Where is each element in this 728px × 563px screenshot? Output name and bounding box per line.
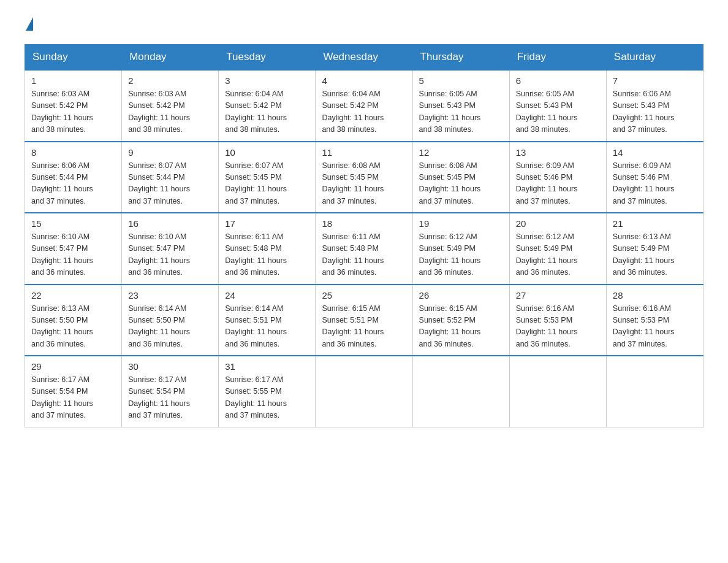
- calendar-cell: 11 Sunrise: 6:08 AMSunset: 5:45 PMDaylig…: [316, 142, 412, 213]
- day-number: 26: [419, 290, 503, 301]
- calendar-cell: 5 Sunrise: 6:05 AMSunset: 5:43 PMDayligh…: [412, 70, 509, 142]
- day-number: 21: [613, 218, 697, 229]
- calendar-cell: 18 Sunrise: 6:11 AMSunset: 5:48 PMDaylig…: [316, 213, 412, 285]
- day-info: Sunrise: 6:07 AMSunset: 5:44 PMDaylight:…: [128, 160, 212, 208]
- day-number: 3: [225, 75, 309, 86]
- calendar-cell: 25 Sunrise: 6:15 AMSunset: 5:51 PMDaylig…: [316, 285, 412, 356]
- calendar-cell: 10 Sunrise: 6:07 AMSunset: 5:45 PMDaylig…: [219, 142, 316, 213]
- day-number: 23: [128, 290, 212, 301]
- day-info: Sunrise: 6:06 AMSunset: 5:44 PMDaylight:…: [31, 160, 115, 208]
- calendar-week-row: 22 Sunrise: 6:13 AMSunset: 5:50 PMDaylig…: [25, 285, 703, 356]
- day-number: 19: [419, 218, 503, 229]
- logo-triangle-icon: [26, 17, 33, 31]
- calendar-header-saturday: Saturday: [606, 45, 703, 71]
- day-info: Sunrise: 6:10 AMSunset: 5:47 PMDaylight:…: [128, 231, 212, 279]
- day-number: 15: [31, 218, 115, 229]
- day-number: 2: [128, 75, 212, 86]
- day-number: 13: [516, 147, 600, 158]
- calendar-cell: 31 Sunrise: 6:17 AMSunset: 5:55 PMDaylig…: [219, 356, 316, 427]
- day-info: Sunrise: 6:08 AMSunset: 5:45 PMDaylight:…: [322, 160, 406, 208]
- calendar-header-monday: Monday: [122, 45, 219, 71]
- day-number: 18: [322, 218, 406, 229]
- day-info: Sunrise: 6:07 AMSunset: 5:45 PMDaylight:…: [225, 160, 309, 208]
- calendar-cell: 9 Sunrise: 6:07 AMSunset: 5:44 PMDayligh…: [122, 142, 219, 213]
- calendar-cell: [606, 356, 703, 427]
- calendar-cell: 23 Sunrise: 6:14 AMSunset: 5:50 PMDaylig…: [122, 285, 219, 356]
- day-number: 30: [128, 361, 212, 372]
- calendar-cell: 4 Sunrise: 6:04 AMSunset: 5:42 PMDayligh…: [316, 70, 412, 142]
- day-info: Sunrise: 6:09 AMSunset: 5:46 PMDaylight:…: [516, 160, 600, 208]
- calendar-header-wednesday: Wednesday: [316, 45, 412, 71]
- calendar-cell: [509, 356, 606, 427]
- day-number: 12: [419, 147, 503, 158]
- day-info: Sunrise: 6:09 AMSunset: 5:46 PMDaylight:…: [613, 160, 697, 208]
- logo: [25, 18, 33, 32]
- day-number: 24: [225, 290, 309, 301]
- calendar-cell: 14 Sunrise: 6:09 AMSunset: 5:46 PMDaylig…: [606, 142, 703, 213]
- day-number: 31: [225, 361, 309, 372]
- day-info: Sunrise: 6:03 AMSunset: 5:42 PMDaylight:…: [31, 88, 115, 136]
- day-number: 22: [31, 290, 115, 301]
- day-info: Sunrise: 6:17 AMSunset: 5:54 PMDaylight:…: [128, 374, 212, 422]
- calendar-cell: 2 Sunrise: 6:03 AMSunset: 5:42 PMDayligh…: [122, 70, 219, 142]
- calendar-cell: 1 Sunrise: 6:03 AMSunset: 5:42 PMDayligh…: [25, 70, 122, 142]
- day-info: Sunrise: 6:17 AMSunset: 5:54 PMDaylight:…: [31, 374, 115, 422]
- calendar-cell: 27 Sunrise: 6:16 AMSunset: 5:53 PMDaylig…: [509, 285, 606, 356]
- day-number: 27: [516, 290, 600, 301]
- day-number: 9: [128, 147, 212, 158]
- calendar-week-row: 15 Sunrise: 6:10 AMSunset: 5:47 PMDaylig…: [25, 213, 703, 285]
- calendar-cell: 24 Sunrise: 6:14 AMSunset: 5:51 PMDaylig…: [219, 285, 316, 356]
- day-number: 1: [31, 75, 115, 86]
- day-number: 6: [516, 75, 600, 86]
- calendar-cell: 19 Sunrise: 6:12 AMSunset: 5:49 PMDaylig…: [412, 213, 509, 285]
- day-info: Sunrise: 6:16 AMSunset: 5:53 PMDaylight:…: [516, 303, 600, 351]
- calendar-cell: 16 Sunrise: 6:10 AMSunset: 5:47 PMDaylig…: [122, 213, 219, 285]
- day-info: Sunrise: 6:03 AMSunset: 5:42 PMDaylight:…: [128, 88, 212, 136]
- day-info: Sunrise: 6:04 AMSunset: 5:42 PMDaylight:…: [322, 88, 406, 136]
- day-number: 11: [322, 147, 406, 158]
- calendar-cell: 15 Sunrise: 6:10 AMSunset: 5:47 PMDaylig…: [25, 213, 122, 285]
- calendar-header-thursday: Thursday: [412, 45, 509, 71]
- calendar-cell: 17 Sunrise: 6:11 AMSunset: 5:48 PMDaylig…: [219, 213, 316, 285]
- calendar-week-row: 1 Sunrise: 6:03 AMSunset: 5:42 PMDayligh…: [25, 70, 703, 142]
- calendar-cell: 20 Sunrise: 6:12 AMSunset: 5:49 PMDaylig…: [509, 213, 606, 285]
- day-info: Sunrise: 6:10 AMSunset: 5:47 PMDaylight:…: [31, 231, 115, 279]
- calendar-cell: 30 Sunrise: 6:17 AMSunset: 5:54 PMDaylig…: [122, 356, 219, 427]
- day-number: 17: [225, 218, 309, 229]
- calendar-cell: [316, 356, 412, 427]
- day-info: Sunrise: 6:11 AMSunset: 5:48 PMDaylight:…: [322, 231, 406, 279]
- day-number: 29: [31, 361, 115, 372]
- day-info: Sunrise: 6:15 AMSunset: 5:52 PMDaylight:…: [419, 303, 503, 351]
- day-info: Sunrise: 6:12 AMSunset: 5:49 PMDaylight:…: [516, 231, 600, 279]
- calendar-week-row: 29 Sunrise: 6:17 AMSunset: 5:54 PMDaylig…: [25, 356, 703, 427]
- calendar-cell: 22 Sunrise: 6:13 AMSunset: 5:50 PMDaylig…: [25, 285, 122, 356]
- calendar-cell: 6 Sunrise: 6:05 AMSunset: 5:43 PMDayligh…: [509, 70, 606, 142]
- day-number: 28: [613, 290, 697, 301]
- day-number: 16: [128, 218, 212, 229]
- calendar-cell: 21 Sunrise: 6:13 AMSunset: 5:49 PMDaylig…: [606, 213, 703, 285]
- calendar-cell: 29 Sunrise: 6:17 AMSunset: 5:54 PMDaylig…: [25, 356, 122, 427]
- calendar-cell: [412, 356, 509, 427]
- day-number: 25: [322, 290, 406, 301]
- calendar-header-friday: Friday: [509, 45, 606, 71]
- day-number: 4: [322, 75, 406, 86]
- calendar-header-row: SundayMondayTuesdayWednesdayThursdayFrid…: [25, 45, 703, 71]
- day-info: Sunrise: 6:14 AMSunset: 5:51 PMDaylight:…: [225, 303, 309, 351]
- calendar-cell: 12 Sunrise: 6:08 AMSunset: 5:45 PMDaylig…: [412, 142, 509, 213]
- day-info: Sunrise: 6:06 AMSunset: 5:43 PMDaylight:…: [613, 88, 697, 136]
- day-info: Sunrise: 6:08 AMSunset: 5:45 PMDaylight:…: [419, 160, 503, 208]
- day-info: Sunrise: 6:13 AMSunset: 5:49 PMDaylight:…: [613, 231, 697, 279]
- calendar-week-row: 8 Sunrise: 6:06 AMSunset: 5:44 PMDayligh…: [25, 142, 703, 213]
- day-number: 5: [419, 75, 503, 86]
- day-info: Sunrise: 6:11 AMSunset: 5:48 PMDaylight:…: [225, 231, 309, 279]
- calendar-cell: 26 Sunrise: 6:15 AMSunset: 5:52 PMDaylig…: [412, 285, 509, 356]
- day-number: 20: [516, 218, 600, 229]
- day-number: 7: [613, 75, 697, 86]
- calendar-cell: 7 Sunrise: 6:06 AMSunset: 5:43 PMDayligh…: [606, 70, 703, 142]
- calendar-cell: 28 Sunrise: 6:16 AMSunset: 5:53 PMDaylig…: [606, 285, 703, 356]
- day-info: Sunrise: 6:12 AMSunset: 5:49 PMDaylight:…: [419, 231, 503, 279]
- day-info: Sunrise: 6:05 AMSunset: 5:43 PMDaylight:…: [419, 88, 503, 136]
- day-info: Sunrise: 6:15 AMSunset: 5:51 PMDaylight:…: [322, 303, 406, 351]
- day-info: Sunrise: 6:14 AMSunset: 5:50 PMDaylight:…: [128, 303, 212, 351]
- day-info: Sunrise: 6:16 AMSunset: 5:53 PMDaylight:…: [613, 303, 697, 351]
